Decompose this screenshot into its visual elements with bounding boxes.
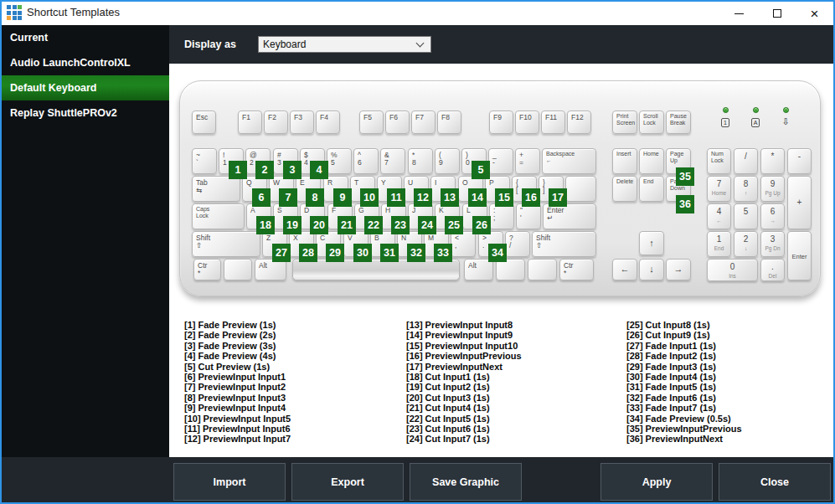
maximize-icon [773, 9, 781, 18]
sidebar-item-default-keyboard[interactable]: Default Keyboard [0, 75, 169, 100]
key-slash: ?/ [505, 231, 530, 257]
legend-entry: [27] Fade Input1 (1s) [626, 341, 835, 351]
legend-entry: [26] Cut Input9 (1s) [626, 330, 835, 340]
key-np-0: 0Ins [707, 259, 758, 281]
key-lctrl: Ctr* [193, 259, 221, 280]
led-num-lock-icon: 1 [721, 118, 729, 127]
key-arrow-right: → [666, 259, 691, 280]
key-lwin [224, 259, 252, 280]
shortcut-badge-11: 11 [387, 188, 405, 207]
legend-entry: [34] Fade Preview (0.5s) [626, 414, 835, 424]
legend-entry: [2] Fade Preview (2s) [184, 330, 404, 340]
key-f1: F1 [238, 111, 262, 134]
key-semicolon: :; [489, 203, 514, 229]
sidebar-item-current[interactable]: Current [0, 25, 169, 50]
window-title: Shortcut Templates [27, 0, 120, 25]
legend-entry: [10] PreviewInput Input5 [184, 414, 404, 424]
key-o: O14 [458, 176, 483, 202]
key-1: !11 [219, 148, 244, 174]
led-indicator-2: A [749, 107, 762, 128]
minimize-button[interactable] [720, 2, 758, 25]
import-button[interactable]: Import [173, 463, 286, 501]
key-grave: ~` [192, 148, 217, 174]
key-end: End [639, 176, 664, 202]
key-f11: F11 [541, 111, 565, 134]
key-enter: Enter↵ [543, 203, 596, 229]
key-print-screen: Print Screen [612, 111, 637, 134]
footer-bar: ImportExportSave GraphicApplyClose [0, 457, 835, 504]
shortcut-badge-6: 6 [252, 188, 271, 207]
legend-entry: [3] Fade Preview (3s) [184, 341, 404, 351]
legend-entry: [23] Cut Input6 (1s) [406, 424, 626, 434]
shortcut-badge-15: 15 [495, 188, 513, 207]
key-np-minus: - [787, 148, 812, 174]
apply-button[interactable]: Apply [600, 463, 713, 501]
legend-column-1: [1] Fade Preview (1s)[2] Fade Preview (2… [184, 320, 404, 445]
legend-entry: [5] Cut Preview (1s) [184, 362, 404, 372]
key-e: E8 [296, 176, 321, 202]
led-dot [783, 107, 789, 113]
shortcut-badge-29: 29 [326, 244, 344, 262]
legend-entry: [4] Fade Preview (4s) [184, 351, 404, 361]
key-arrow-left: ← [612, 259, 637, 280]
key-esc: Esc [192, 111, 216, 134]
led-scroll-lock-icon: ⇩ [781, 117, 789, 126]
key-minus: _- [488, 148, 513, 174]
shortcut-badge-1: 1 [229, 161, 247, 179]
led-caps-lock-icon: A [751, 118, 760, 127]
export-button[interactable]: Export [291, 463, 404, 501]
key-y: Y11 [377, 176, 402, 202]
maximize-button[interactable] [758, 2, 796, 25]
key-np-6: 6→ [760, 203, 785, 229]
close-button[interactable]: Close [719, 463, 831, 501]
window-controls: × [720, 2, 833, 25]
legend-entry: [22] Cut Input5 (1s) [406, 414, 626, 424]
close-button[interactable]: × [796, 2, 833, 25]
sidebar: CurrentAudio LaunchControlXLDefault Keyb… [0, 25, 169, 457]
key-num-lock: Num Lock [707, 148, 731, 174]
sidebar-item-audio-launchcontrolxl[interactable]: Audio LaunchControlXL [0, 50, 169, 75]
shortcut-badge-23: 23 [391, 216, 410, 234]
shortcut-badge-33: 33 [434, 244, 452, 262]
legend-entry: [7] PreviewInput Input2 [184, 382, 404, 392]
key-np-2: 2↓ [734, 231, 758, 257]
shortcut-badge-10: 10 [360, 188, 379, 207]
save-graphic-button[interactable]: Save Graphic [410, 463, 522, 501]
topbar: Display as Keyboard [169, 25, 835, 64]
key-np-7: 7Home [707, 176, 731, 202]
legend-entry: [15] PreviewInput Input10 [406, 341, 626, 351]
shortcut-badge-17: 17 [549, 188, 567, 207]
key-5: %5 [327, 148, 352, 174]
sidebar-item-replay-shuttleprov2[interactable]: Replay ShuttlePROv2 [0, 100, 169, 126]
legend-entry: [35] PreviewInputPrevious [626, 424, 835, 434]
legend-entry: [19] Cut Input2 (1s) [406, 382, 626, 392]
legend-entry: [6] PreviewInput Input1 [184, 372, 404, 382]
key-equals: += [515, 148, 540, 174]
key-np-multiply: * [760, 148, 785, 174]
led-indicator-3: ⇩ [779, 107, 792, 128]
shortcut-badge-13: 13 [441, 188, 459, 207]
key-n: N32 [397, 231, 422, 257]
key-f7: F7 [411, 111, 436, 134]
led-dot [753, 107, 759, 113]
key-scroll-lock: Scroll Lock [639, 111, 664, 134]
close-icon: × [811, 7, 819, 21]
display-as-value: Keyboard [259, 39, 417, 50]
key-arrow-down: ↓ [639, 259, 664, 280]
minimize-icon [734, 13, 744, 14]
key-np-dot: .Del [760, 259, 785, 281]
legend-entry: [28] Fade Input2 (1s) [626, 351, 835, 361]
key-3: #33 [273, 148, 298, 174]
display-as-dropdown[interactable]: Keyboard [258, 36, 431, 53]
shortcut-badge-16: 16 [522, 188, 540, 207]
shortcut-badge-18: 18 [256, 216, 275, 234]
display-as-label: Display as [184, 25, 236, 64]
key-7: &7 [380, 148, 405, 174]
shortcut-badge-26: 26 [472, 216, 491, 234]
key-f4: F4 [316, 111, 340, 134]
key-i: I13 [430, 176, 456, 202]
key-page-up: Page Up35 [666, 148, 691, 174]
legend-entry: [30] Fade Input4 (1s) [626, 372, 835, 382]
shortcut-badge-30: 30 [353, 244, 372, 262]
key-rshift: Shift⇧ [532, 231, 596, 257]
